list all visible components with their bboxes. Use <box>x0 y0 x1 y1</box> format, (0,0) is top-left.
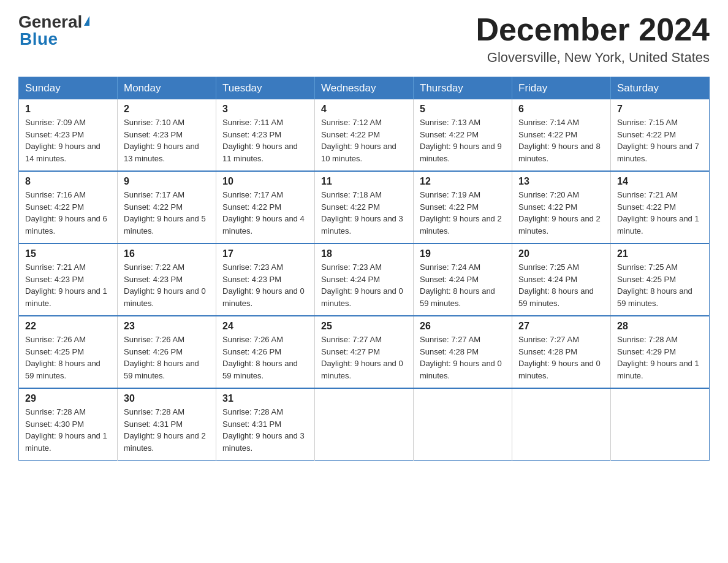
calendar-cell <box>315 388 414 461</box>
calendar-cell: 26 Sunrise: 7:27 AMSunset: 4:28 PMDaylig… <box>414 316 512 388</box>
day-number: 5 <box>420 104 506 115</box>
day-number: 9 <box>124 176 210 187</box>
calendar-cell: 8 Sunrise: 7:16 AMSunset: 4:22 PMDayligh… <box>19 171 118 243</box>
calendar-cell: 3 Sunrise: 7:11 AMSunset: 4:23 PMDayligh… <box>216 99 315 171</box>
day-info: Sunrise: 7:13 AMSunset: 4:22 PMDaylight:… <box>420 118 502 163</box>
calendar-cell: 4 Sunrise: 7:12 AMSunset: 4:22 PMDayligh… <box>315 99 414 171</box>
calendar-cell: 21 Sunrise: 7:25 AMSunset: 4:25 PMDaylig… <box>611 243 710 316</box>
day-number: 22 <box>25 321 111 332</box>
calendar-cell: 17 Sunrise: 7:23 AMSunset: 4:23 PMDaylig… <box>216 243 315 316</box>
calendar-cell: 14 Sunrise: 7:21 AMSunset: 4:22 PMDaylig… <box>611 171 710 243</box>
calendar-subtitle: Gloversville, New York, United States <box>476 50 710 66</box>
day-number: 30 <box>124 393 210 404</box>
day-number: 28 <box>617 321 703 332</box>
calendar-table: SundayMondayTuesdayWednesdayThursdayFrid… <box>18 77 710 461</box>
day-info: Sunrise: 7:09 AMSunset: 4:23 PMDaylight:… <box>25 118 100 163</box>
day-number: 27 <box>518 321 604 332</box>
day-info: Sunrise: 7:17 AMSunset: 4:22 PMDaylight:… <box>222 190 305 236</box>
day-number: 12 <box>420 176 506 187</box>
day-number: 1 <box>25 104 111 115</box>
header-monday: Monday <box>118 77 216 100</box>
calendar-title: December 2024 <box>476 12 710 47</box>
calendar-cell: 31 Sunrise: 7:28 AMSunset: 4:31 PMDaylig… <box>216 388 315 461</box>
day-number: 18 <box>321 248 407 259</box>
day-number: 24 <box>222 321 308 332</box>
day-info: Sunrise: 7:18 AMSunset: 4:22 PMDaylight:… <box>321 190 403 236</box>
day-info: Sunrise: 7:23 AMSunset: 4:23 PMDaylight:… <box>222 262 305 308</box>
calendar-cell: 1 Sunrise: 7:09 AMSunset: 4:23 PMDayligh… <box>19 99 118 171</box>
day-info: Sunrise: 7:15 AMSunset: 4:22 PMDaylight:… <box>617 118 699 163</box>
day-info: Sunrise: 7:24 AMSunset: 4:24 PMDaylight:… <box>420 262 495 308</box>
header-tuesday: Tuesday <box>216 77 315 100</box>
day-info: Sunrise: 7:25 AMSunset: 4:24 PMDaylight:… <box>518 262 594 308</box>
calendar-cell: 25 Sunrise: 7:27 AMSunset: 4:27 PMDaylig… <box>315 316 414 388</box>
calendar-cell: 28 Sunrise: 7:28 AMSunset: 4:29 PMDaylig… <box>611 316 710 388</box>
day-number: 7 <box>617 104 703 115</box>
calendar-cell <box>414 388 512 461</box>
calendar-cell <box>512 388 611 461</box>
day-number: 16 <box>124 248 210 259</box>
calendar-cell: 24 Sunrise: 7:26 AMSunset: 4:26 PMDaylig… <box>216 316 315 388</box>
day-info: Sunrise: 7:28 AMSunset: 4:30 PMDaylight:… <box>25 407 107 453</box>
day-number: 15 <box>25 248 111 259</box>
day-info: Sunrise: 7:28 AMSunset: 4:31 PMDaylight:… <box>222 407 305 453</box>
day-info: Sunrise: 7:21 AMSunset: 4:22 PMDaylight:… <box>617 190 699 236</box>
header-thursday: Thursday <box>414 77 512 100</box>
day-info: Sunrise: 7:28 AMSunset: 4:29 PMDaylight:… <box>617 335 699 380</box>
logo-blue-text: Blue <box>20 29 89 49</box>
day-number: 20 <box>518 248 604 259</box>
day-number: 31 <box>222 393 308 404</box>
day-number: 6 <box>518 104 604 115</box>
calendar-cell: 29 Sunrise: 7:28 AMSunset: 4:30 PMDaylig… <box>19 388 118 461</box>
day-info: Sunrise: 7:27 AMSunset: 4:28 PMDaylight:… <box>420 335 502 380</box>
calendar-cell: 13 Sunrise: 7:20 AMSunset: 4:22 PMDaylig… <box>512 171 611 243</box>
logo-triangle-icon <box>84 16 89 26</box>
calendar-cell: 30 Sunrise: 7:28 AMSunset: 4:31 PMDaylig… <box>118 388 216 461</box>
day-number: 3 <box>222 104 308 115</box>
day-info: Sunrise: 7:25 AMSunset: 4:25 PMDaylight:… <box>617 262 692 308</box>
week-row-5: 29 Sunrise: 7:28 AMSunset: 4:30 PMDaylig… <box>19 388 710 461</box>
calendar-cell: 16 Sunrise: 7:22 AMSunset: 4:23 PMDaylig… <box>118 243 216 316</box>
day-number: 14 <box>617 176 703 187</box>
page-header: General Blue December 2024 Gloversville,… <box>18 12 710 66</box>
day-info: Sunrise: 7:22 AMSunset: 4:23 PMDaylight:… <box>124 262 206 308</box>
calendar-cell: 18 Sunrise: 7:23 AMSunset: 4:24 PMDaylig… <box>315 243 414 316</box>
calendar-cell: 10 Sunrise: 7:17 AMSunset: 4:22 PMDaylig… <box>216 171 315 243</box>
day-info: Sunrise: 7:28 AMSunset: 4:31 PMDaylight:… <box>124 407 206 453</box>
header-saturday: Saturday <box>611 77 710 100</box>
day-info: Sunrise: 7:12 AMSunset: 4:22 PMDaylight:… <box>321 118 396 163</box>
day-number: 10 <box>222 176 308 187</box>
header-friday: Friday <box>512 77 611 100</box>
calendar-cell <box>611 388 710 461</box>
calendar-cell: 19 Sunrise: 7:24 AMSunset: 4:24 PMDaylig… <box>414 243 512 316</box>
calendar-cell: 20 Sunrise: 7:25 AMSunset: 4:24 PMDaylig… <box>512 243 611 316</box>
calendar-cell: 15 Sunrise: 7:21 AMSunset: 4:23 PMDaylig… <box>19 243 118 316</box>
week-row-2: 8 Sunrise: 7:16 AMSunset: 4:22 PMDayligh… <box>19 171 710 243</box>
day-info: Sunrise: 7:10 AMSunset: 4:23 PMDaylight:… <box>124 118 199 163</box>
week-row-1: 1 Sunrise: 7:09 AMSunset: 4:23 PMDayligh… <box>19 99 710 171</box>
day-number: 2 <box>124 104 210 115</box>
day-number: 29 <box>25 393 111 404</box>
calendar-cell: 9 Sunrise: 7:17 AMSunset: 4:22 PMDayligh… <box>118 171 216 243</box>
week-row-3: 15 Sunrise: 7:21 AMSunset: 4:23 PMDaylig… <box>19 243 710 316</box>
day-info: Sunrise: 7:26 AMSunset: 4:26 PMDaylight:… <box>222 335 298 380</box>
calendar-cell: 11 Sunrise: 7:18 AMSunset: 4:22 PMDaylig… <box>315 171 414 243</box>
day-info: Sunrise: 7:11 AMSunset: 4:23 PMDaylight:… <box>222 118 298 163</box>
header-wednesday: Wednesday <box>315 77 414 100</box>
day-info: Sunrise: 7:14 AMSunset: 4:22 PMDaylight:… <box>518 118 601 163</box>
calendar-cell: 7 Sunrise: 7:15 AMSunset: 4:22 PMDayligh… <box>611 99 710 171</box>
calendar-cell: 2 Sunrise: 7:10 AMSunset: 4:23 PMDayligh… <box>118 99 216 171</box>
day-info: Sunrise: 7:26 AMSunset: 4:25 PMDaylight:… <box>25 335 100 380</box>
day-info: Sunrise: 7:16 AMSunset: 4:22 PMDaylight:… <box>25 190 107 236</box>
day-number: 25 <box>321 321 407 332</box>
week-row-4: 22 Sunrise: 7:26 AMSunset: 4:25 PMDaylig… <box>19 316 710 388</box>
day-info: Sunrise: 7:26 AMSunset: 4:26 PMDaylight:… <box>124 335 199 380</box>
calendar-cell: 12 Sunrise: 7:19 AMSunset: 4:22 PMDaylig… <box>414 171 512 243</box>
day-number: 23 <box>124 321 210 332</box>
day-number: 26 <box>420 321 506 332</box>
day-number: 13 <box>518 176 604 187</box>
calendar-cell: 5 Sunrise: 7:13 AMSunset: 4:22 PMDayligh… <box>414 99 512 171</box>
day-number: 8 <box>25 176 111 187</box>
day-info: Sunrise: 7:17 AMSunset: 4:22 PMDaylight:… <box>124 190 206 236</box>
calendar-cell: 27 Sunrise: 7:27 AMSunset: 4:28 PMDaylig… <box>512 316 611 388</box>
